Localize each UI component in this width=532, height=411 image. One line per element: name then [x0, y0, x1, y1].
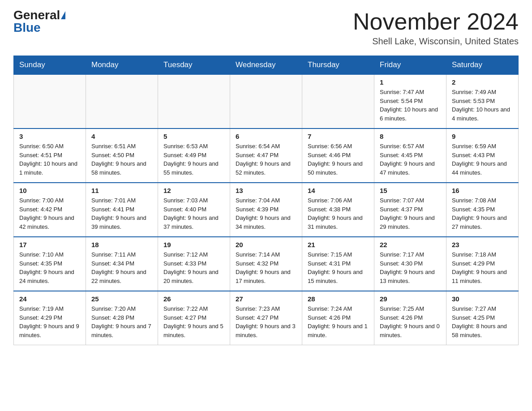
day-info: Sunrise: 7:03 AMSunset: 4:40 PMDaylight:…	[163, 196, 224, 231]
day-number: 22	[380, 241, 441, 248]
day-info: Sunrise: 7:25 AMSunset: 4:26 PMDaylight:…	[380, 304, 441, 339]
week-row-5: 24Sunrise: 7:19 AMSunset: 4:29 PMDayligh…	[14, 291, 519, 345]
day-info: Sunrise: 7:12 AMSunset: 4:33 PMDaylight:…	[163, 250, 224, 285]
calendar-cell	[158, 74, 230, 128]
calendar-cell	[302, 74, 374, 128]
day-info: Sunrise: 6:54 AMSunset: 4:47 PMDaylight:…	[236, 142, 296, 177]
day-number: 5	[163, 133, 224, 140]
week-row-1: 1Sunrise: 7:47 AMSunset: 5:54 PMDaylight…	[14, 74, 519, 128]
day-header-tuesday: Tuesday	[158, 56, 230, 75]
day-number: 14	[308, 187, 369, 194]
calendar-cell	[230, 74, 302, 128]
calendar-cell: 12Sunrise: 7:03 AMSunset: 4:40 PMDayligh…	[158, 183, 230, 237]
calendar-cell: 15Sunrise: 7:07 AMSunset: 4:37 PMDayligh…	[374, 183, 446, 237]
day-info: Sunrise: 7:22 AMSunset: 4:27 PMDaylight:…	[163, 304, 224, 339]
calendar-cell: 5Sunrise: 6:53 AMSunset: 4:49 PMDaylight…	[158, 128, 230, 183]
day-info: Sunrise: 7:14 AMSunset: 4:32 PMDaylight:…	[236, 250, 296, 285]
calendar-cell: 14Sunrise: 7:06 AMSunset: 4:38 PMDayligh…	[302, 183, 374, 237]
day-number: 11	[91, 187, 152, 194]
calendar-cell: 17Sunrise: 7:10 AMSunset: 4:35 PMDayligh…	[14, 237, 86, 291]
day-number: 15	[380, 187, 441, 194]
week-row-3: 10Sunrise: 7:00 AMSunset: 4:42 PMDayligh…	[14, 183, 519, 237]
day-info: Sunrise: 7:11 AMSunset: 4:34 PMDaylight:…	[91, 250, 152, 285]
calendar-cell: 2Sunrise: 7:49 AMSunset: 5:53 PMDaylight…	[446, 74, 519, 128]
calendar-cell	[14, 74, 86, 128]
calendar-cell: 1Sunrise: 7:47 AMSunset: 5:54 PMDaylight…	[374, 74, 446, 128]
day-number: 2	[452, 78, 513, 86]
day-header-friday: Friday	[374, 56, 446, 75]
day-number: 28	[308, 295, 369, 303]
logo-triangle-icon	[61, 11, 65, 19]
calendar-header: SundayMondayTuesdayWednesdayThursdayFrid…	[14, 56, 519, 75]
calendar-cell: 11Sunrise: 7:01 AMSunset: 4:41 PMDayligh…	[86, 183, 158, 237]
calendar-cell: 3Sunrise: 6:50 AMSunset: 4:51 PMDaylight…	[14, 128, 86, 183]
calendar-cell: 27Sunrise: 7:23 AMSunset: 4:27 PMDayligh…	[230, 291, 302, 345]
day-number: 7	[308, 133, 369, 140]
day-info: Sunrise: 6:50 AMSunset: 4:51 PMDaylight:…	[19, 142, 80, 177]
day-header-monday: Monday	[86, 56, 158, 75]
day-info: Sunrise: 7:10 AMSunset: 4:35 PMDaylight:…	[19, 250, 80, 285]
day-number: 19	[163, 241, 224, 248]
day-number: 8	[380, 133, 441, 140]
calendar-cell: 26Sunrise: 7:22 AMSunset: 4:27 PMDayligh…	[158, 291, 230, 345]
day-number: 10	[19, 187, 80, 194]
calendar-cell: 4Sunrise: 6:51 AMSunset: 4:50 PMDaylight…	[86, 128, 158, 183]
calendar-cell: 30Sunrise: 7:27 AMSunset: 4:25 PMDayligh…	[446, 291, 519, 345]
calendar-cell: 24Sunrise: 7:19 AMSunset: 4:29 PMDayligh…	[14, 291, 86, 345]
day-info: Sunrise: 6:56 AMSunset: 4:46 PMDaylight:…	[308, 142, 369, 177]
calendar-cell: 7Sunrise: 6:56 AMSunset: 4:46 PMDaylight…	[302, 128, 374, 183]
calendar-cell: 10Sunrise: 7:00 AMSunset: 4:42 PMDayligh…	[14, 183, 86, 237]
calendar-cell: 9Sunrise: 6:59 AMSunset: 4:43 PMDaylight…	[446, 128, 519, 183]
day-number: 26	[163, 295, 224, 303]
day-info: Sunrise: 6:57 AMSunset: 4:45 PMDaylight:…	[380, 142, 441, 177]
day-number: 16	[452, 187, 513, 194]
day-number: 3	[19, 133, 80, 140]
day-info: Sunrise: 6:59 AMSunset: 4:43 PMDaylight:…	[452, 142, 513, 177]
day-number: 1	[380, 78, 441, 86]
calendar-cell: 16Sunrise: 7:08 AMSunset: 4:35 PMDayligh…	[446, 183, 519, 237]
day-header-thursday: Thursday	[302, 56, 374, 75]
day-info: Sunrise: 7:08 AMSunset: 4:35 PMDaylight:…	[452, 196, 513, 231]
day-header-sunday: Sunday	[14, 56, 86, 75]
day-header-wednesday: Wednesday	[230, 56, 302, 75]
calendar-cell: 13Sunrise: 7:04 AMSunset: 4:39 PMDayligh…	[230, 183, 302, 237]
day-number: 29	[380, 295, 441, 303]
days-header-row: SundayMondayTuesdayWednesdayThursdayFrid…	[14, 56, 519, 75]
calendar-cell	[86, 74, 158, 128]
day-info: Sunrise: 7:04 AMSunset: 4:39 PMDaylight:…	[236, 196, 296, 231]
day-info: Sunrise: 7:20 AMSunset: 4:28 PMDaylight:…	[91, 304, 152, 339]
logo: General Blue	[13, 9, 65, 34]
day-number: 27	[236, 295, 296, 303]
day-info: Sunrise: 7:01 AMSunset: 4:41 PMDaylight:…	[91, 196, 152, 231]
calendar-cell: 22Sunrise: 7:17 AMSunset: 4:30 PMDayligh…	[374, 237, 446, 291]
month-title: November 2024	[353, 9, 519, 34]
day-number: 21	[308, 241, 369, 248]
day-number: 23	[452, 241, 513, 248]
logo-general-text: General	[13, 9, 60, 21]
week-row-4: 17Sunrise: 7:10 AMSunset: 4:35 PMDayligh…	[14, 237, 519, 291]
week-row-2: 3Sunrise: 6:50 AMSunset: 4:51 PMDaylight…	[14, 128, 519, 183]
day-info: Sunrise: 7:27 AMSunset: 4:25 PMDaylight:…	[452, 304, 513, 339]
calendar-cell: 29Sunrise: 7:25 AMSunset: 4:26 PMDayligh…	[374, 291, 446, 345]
day-number: 6	[236, 133, 296, 140]
day-info: Sunrise: 7:49 AMSunset: 5:53 PMDaylight:…	[452, 88, 513, 123]
calendar-cell: 19Sunrise: 7:12 AMSunset: 4:33 PMDayligh…	[158, 237, 230, 291]
calendar-cell: 25Sunrise: 7:20 AMSunset: 4:28 PMDayligh…	[86, 291, 158, 345]
calendar-cell: 23Sunrise: 7:18 AMSunset: 4:29 PMDayligh…	[446, 237, 519, 291]
day-info: Sunrise: 7:47 AMSunset: 5:54 PMDaylight:…	[380, 88, 441, 123]
day-info: Sunrise: 6:51 AMSunset: 4:50 PMDaylight:…	[91, 142, 152, 177]
calendar-cell: 18Sunrise: 7:11 AMSunset: 4:34 PMDayligh…	[86, 237, 158, 291]
day-number: 4	[91, 133, 152, 140]
day-number: 18	[91, 241, 152, 248]
day-number: 9	[452, 133, 513, 140]
calendar-table: SundayMondayTuesdayWednesdayThursdayFrid…	[13, 56, 519, 345]
day-number: 17	[19, 241, 80, 248]
calendar-cell: 8Sunrise: 6:57 AMSunset: 4:45 PMDaylight…	[374, 128, 446, 183]
title-block: November 2024 Shell Lake, Wisconsin, Uni…	[353, 9, 519, 47]
day-number: 25	[91, 295, 152, 303]
day-info: Sunrise: 7:19 AMSunset: 4:29 PMDaylight:…	[19, 304, 80, 339]
day-info: Sunrise: 6:53 AMSunset: 4:49 PMDaylight:…	[163, 142, 224, 177]
day-number: 30	[452, 295, 513, 303]
day-info: Sunrise: 7:06 AMSunset: 4:38 PMDaylight:…	[308, 196, 369, 231]
day-info: Sunrise: 7:07 AMSunset: 4:37 PMDaylight:…	[380, 196, 441, 231]
